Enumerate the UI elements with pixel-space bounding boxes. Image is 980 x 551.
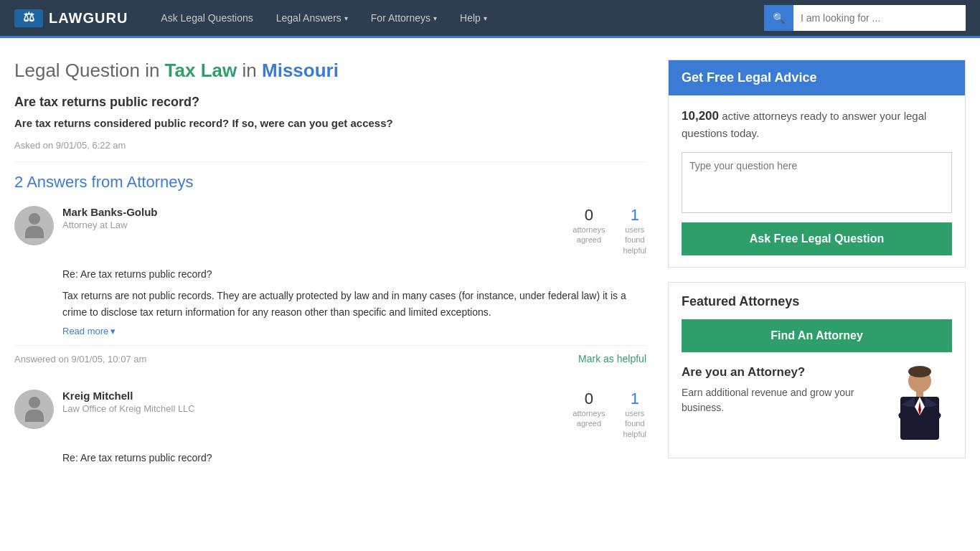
- answer-footer: Answered on 9/01/05, 10:07 am Mark as he…: [14, 345, 646, 364]
- attorney-role: Law Office of Kreig Mitchell LLC: [62, 403, 573, 414]
- attorney-promo: Are you an Attorney? Earn additional rev…: [682, 365, 952, 446]
- attorney-figure-icon: [887, 365, 952, 444]
- chevron-down-icon: ▾: [433, 14, 437, 22]
- ask-free-legal-question-button[interactable]: Ask Free Legal Question: [682, 222, 952, 255]
- chevron-down-icon: ▾: [484, 14, 487, 22]
- sidebar: Get Free Legal Advice 10,200 active atto…: [668, 52, 966, 551]
- nav-legal-answers[interactable]: Legal Answers ▾: [265, 1, 359, 34]
- avatar-head: [29, 397, 40, 408]
- promo-body: Earn additional revenue and grow your bu…: [682, 385, 877, 415]
- users-helpful-stat: 1 usersfoundhelpful: [623, 206, 646, 255]
- avatar-head: [29, 213, 40, 225]
- site-header: ⚖ LAWGURU Ask Legal Questions Legal Answ…: [0, 0, 980, 36]
- featured-title: Featured Attorneys: [682, 294, 952, 309]
- nav-help[interactable]: Help ▾: [448, 1, 499, 34]
- chevron-down-icon: ▾: [344, 14, 348, 22]
- nav-ask-legal-questions[interactable]: Ask Legal Questions: [149, 1, 264, 34]
- avatar: [14, 206, 54, 245]
- search-area: 🔍: [764, 5, 966, 31]
- avatar: [14, 390, 54, 429]
- answer-text: Re: Are tax returns public record?: [14, 450, 646, 466]
- avatar-person: [22, 397, 47, 422]
- lawguru-logo-icon: ⚖: [14, 6, 43, 31]
- question-textarea[interactable]: [682, 152, 952, 213]
- question-title: Are tax returns public record?: [14, 95, 646, 110]
- answers-title: 2 Answers from Attorneys: [14, 173, 646, 192]
- question-meta: Asked on 9/01/05, 6:22 am: [14, 140, 646, 162]
- stats-area: 0 attorneysagreed 1 usersfoundhelpful: [573, 206, 646, 255]
- widget-header: Get Free Legal Advice: [669, 60, 965, 95]
- svg-text:⚖: ⚖: [23, 10, 34, 24]
- answer-card: Kreig Mitchell Law Office of Kreig Mitch…: [14, 390, 646, 482]
- search-button[interactable]: 🔍: [764, 5, 793, 31]
- main-nav: Ask Legal Questions Legal Answers ▾ For …: [149, 1, 764, 34]
- attorney-header: Kreig Mitchell Law Office of Kreig Mitch…: [14, 390, 646, 439]
- find-an-attorney-button[interactable]: Find An Attorney: [682, 319, 952, 352]
- featured-section: Featured Attorneys Find An Attorney Are …: [669, 283, 965, 458]
- avatar-person: [22, 213, 47, 238]
- legal-advice-widget: Get Free Legal Advice 10,200 active atto…: [668, 60, 966, 268]
- answer-body: Tax returns are not public records. They…: [62, 288, 646, 320]
- widget-body: 10,200 active attorneys ready to answer …: [669, 95, 965, 267]
- promo-text: Are you an Attorney? Earn additional rev…: [682, 365, 877, 415]
- question-body: Are tax returns considered public record…: [14, 117, 646, 129]
- users-helpful-stat: 1 usersfoundhelpful: [623, 390, 646, 439]
- read-more-link[interactable]: Read more ▾: [14, 326, 116, 336]
- advice-count: 10,200 active attorneys ready to answer …: [682, 107, 952, 141]
- stats-area: 0 attorneysagreed 1 usersfoundhelpful: [573, 390, 646, 439]
- attorney-role: Attorney at Law: [62, 220, 573, 230]
- logo[interactable]: ⚖ LAWGURU: [14, 6, 128, 31]
- nav-for-attorneys[interactable]: For Attorneys ▾: [359, 1, 448, 34]
- svg-point-3: [908, 366, 931, 377]
- re-text: Re: Are tax returns public record?: [62, 450, 646, 466]
- attorney-name[interactable]: Mark Banks-Golub: [62, 206, 573, 218]
- svg-rect-12: [909, 415, 930, 423]
- attorney-header: Mark Banks-Golub Attorney at Law 0 attor…: [14, 206, 646, 255]
- search-icon: 🔍: [773, 12, 785, 24]
- svg-rect-4: [916, 391, 923, 397]
- avatar-body: [25, 410, 44, 422]
- re-text: Re: Are tax returns public record?: [62, 266, 646, 282]
- attorneys-agreed-stat: 0 attorneysagreed: [573, 390, 605, 439]
- main-container: Legal Question in Tax Law in Missouri Ar…: [0, 38, 980, 551]
- mark-as-helpful-link[interactable]: Mark as helpful: [578, 353, 646, 364]
- attorney-promo-image: [887, 365, 952, 446]
- answer-text: Re: Are tax returns public record? Tax r…: [14, 266, 646, 320]
- content-area: Legal Question in Tax Law in Missouri Ar…: [14, 52, 654, 551]
- attorneys-agreed-stat: 0 attorneysagreed: [573, 206, 605, 255]
- attorney-info: Kreig Mitchell Law Office of Kreig Mitch…: [62, 390, 573, 414]
- answer-card: Mark Banks-Golub Attorney at Law 0 attor…: [14, 206, 646, 375]
- avatar-body: [25, 226, 44, 238]
- promo-title: Are you an Attorney?: [682, 365, 877, 380]
- chevron-down-icon: ▾: [110, 326, 116, 336]
- logo-text: LAWGURU: [49, 10, 128, 27]
- attorney-name[interactable]: Kreig Mitchell: [62, 390, 573, 402]
- featured-attorneys-widget: Featured Attorneys Find An Attorney Are …: [668, 282, 966, 458]
- search-input[interactable]: [793, 5, 966, 31]
- attorney-info: Mark Banks-Golub Attorney at Law: [62, 206, 573, 230]
- page-title: Legal Question in Tax Law in Missouri: [14, 52, 646, 82]
- answered-meta: Answered on 9/01/05, 10:07 am: [14, 354, 146, 364]
